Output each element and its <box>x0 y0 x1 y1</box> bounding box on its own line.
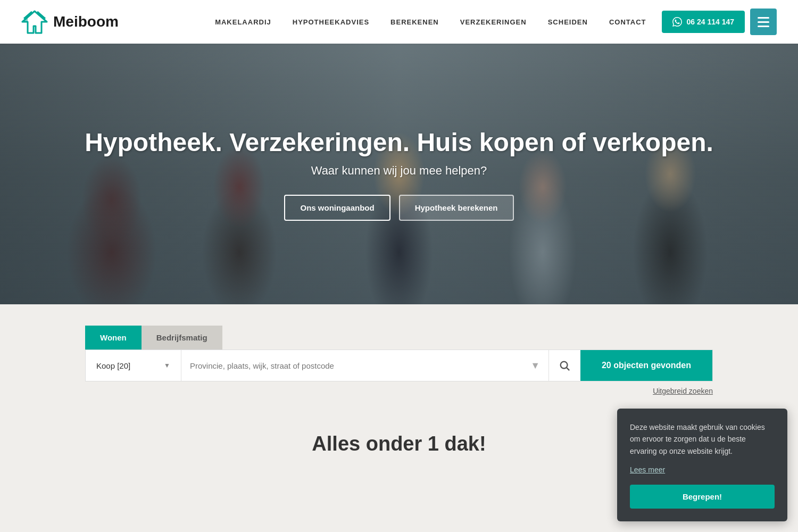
hamburger-icon <box>758 17 769 27</box>
phone-button[interactable]: 06 24 114 147 <box>662 11 745 33</box>
tab-wonen[interactable]: Wonen <box>85 326 142 350</box>
results-button[interactable]: 20 objecten gevonden <box>580 350 712 381</box>
search-bar: Koop [20] ▼ ▼ 20 objecten gevonden <box>85 350 713 381</box>
dropdown-arrow-icon[interactable]: ▼ <box>522 360 548 371</box>
nav-hypotheekadvies[interactable]: HYPOTHEEKADVIES <box>293 18 369 26</box>
hero-content: Hypotheek. Verzekeringen. Huis kopen of … <box>0 44 798 304</box>
logo-icon <box>21 10 48 34</box>
nav-scheiden[interactable]: SCHEIDEN <box>548 18 588 26</box>
hero-subtitle: Waar kunnen wij jou mee helpen? <box>311 164 487 178</box>
nav-contact[interactable]: CONTACT <box>609 18 646 26</box>
dropdown-value: Koop [20] <box>96 361 130 370</box>
chevron-down-icon: ▼ <box>164 362 170 369</box>
nav-verzekeringen[interactable]: VERZEKERINGEN <box>460 18 527 26</box>
search-type-dropdown[interactable]: Koop [20] ▼ <box>86 350 181 381</box>
filter-link[interactable]: Uitgebreid zoeken <box>85 381 713 395</box>
logo-text: Meiboom <box>53 13 119 30</box>
hero-section: Hypotheek. Verzekeringen. Huis kopen of … <box>0 44 798 304</box>
tab-bedrijfsmatig[interactable]: Bedrijfsmatig <box>142 326 222 350</box>
hero-title: Hypotheek. Verzekeringen. Huis kopen of … <box>85 127 713 158</box>
hypotheek-berekenen-button[interactable]: Hypotheek berekenen <box>399 195 514 221</box>
navbar: Meiboom MAKELAARDIJ HYPOTHEEKADVIES BERE… <box>0 0 798 44</box>
nav-makelaardij[interactable]: MAKELAARDIJ <box>215 18 271 26</box>
search-section: Wonen Bedrijfsmatig Koop [20] ▼ ▼ 20 obj… <box>0 304 798 406</box>
woningaanbod-button[interactable]: Ons woningaanbod <box>284 195 390 221</box>
cookie-lees-meer-link[interactable]: Lees meer <box>630 466 775 471</box>
search-icon <box>559 360 570 371</box>
cookie-banner: Deze website maakt gebruik van cookies o… <box>617 409 787 471</box>
svg-point-4 <box>561 362 568 369</box>
cookie-text: Deze website maakt gebruik van cookies o… <box>630 421 775 457</box>
search-tabs: Wonen Bedrijfsmatig <box>85 326 713 350</box>
logo-link[interactable]: Meiboom <box>21 10 119 34</box>
nav-berekenen[interactable]: BEREKENEN <box>390 18 439 26</box>
search-input-wrap <box>181 350 522 381</box>
hero-buttons: Ons woningaanbod Hypotheek berekenen <box>284 195 513 221</box>
search-input[interactable] <box>190 361 513 370</box>
svg-line-5 <box>567 368 570 370</box>
phone-number: 06 24 114 147 <box>686 18 734 26</box>
svg-marker-0 <box>22 11 47 33</box>
search-icon-button[interactable] <box>548 350 580 381</box>
hamburger-menu-button[interactable] <box>750 9 777 35</box>
nav-links: MAKELAARDIJ HYPOTHEEKADVIES BEREKENEN VE… <box>215 17 646 27</box>
whatsapp-icon <box>672 17 682 27</box>
